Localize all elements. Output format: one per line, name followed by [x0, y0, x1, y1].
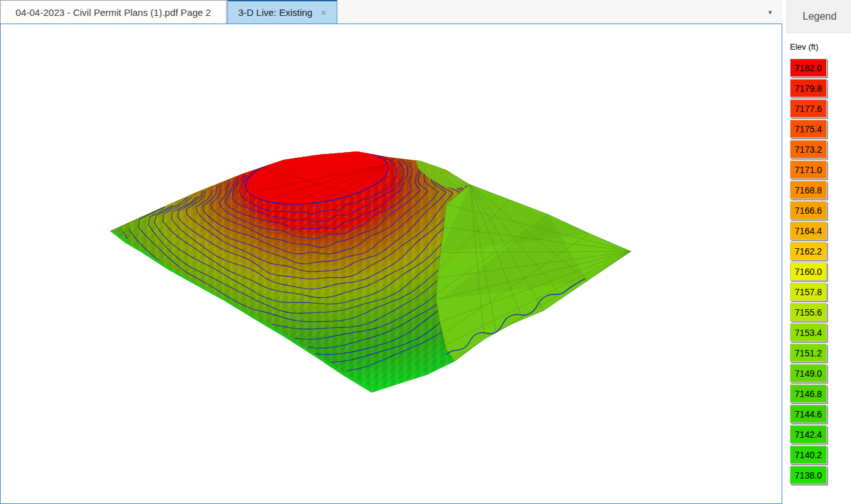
tab-pdf-plan-sheet[interactable]: 04-04-2023 - Civil Permit Plans (1).pdf …	[0, 0, 227, 24]
legend-swatch-7146.8[interactable]: 7146.8	[790, 384, 827, 403]
legend-swatch-value: 7166.6	[795, 206, 822, 216]
legend-swatch-7157.8[interactable]: 7157.8	[790, 283, 827, 301]
legend-swatch-7138.0[interactable]: 7138.0	[790, 466, 827, 484]
legend-swatch-7153.4[interactable]: 7153.4	[790, 323, 827, 342]
legend-swatch-value: 7171.0	[795, 165, 822, 175]
legend-swatch-value: 7155.6	[795, 307, 822, 318]
elevation-axis-label: Elev (ft)	[790, 42, 851, 52]
legend-swatch-value: 7140.2	[795, 450, 822, 460]
3d-surface-view[interactable]	[1, 24, 782, 503]
legend-title: Legend	[803, 11, 836, 22]
legend-swatch-value: 7179.8	[795, 83, 822, 94]
legend-swatch-value: 7175.4	[795, 124, 822, 134]
legend-swatch-7151.2[interactable]: 7151.2	[790, 344, 827, 362]
legend-swatch-7171.0[interactable]: 7171.0	[790, 160, 827, 179]
tab-bar: 04-04-2023 - Civil Permit Plans (1).pdf …	[0, 0, 782, 24]
legend-swatch-value: 7168.8	[795, 185, 822, 195]
legend-swatch-value: 7164.4	[795, 226, 822, 236]
legend-swatch-7144.6[interactable]: 7144.6	[790, 405, 827, 423]
legend-swatch-value: 7144.6	[795, 409, 822, 419]
legend-swatch-value: 7138.0	[795, 470, 822, 480]
legend-swatch-7166.6[interactable]: 7166.6	[790, 201, 827, 220]
legend-swatch-value: 7153.4	[795, 328, 822, 338]
legend-swatch-value: 7146.8	[795, 389, 822, 399]
legend-swatch-7179.8[interactable]: 7179.8	[790, 79, 827, 97]
legend-panel: Legend Elev (ft) 7182.07179.87177.67175.…	[786, 0, 851, 504]
legend-scale: 7182.07179.87177.67175.47173.27171.07168…	[790, 59, 851, 484]
legend-swatch-7155.6[interactable]: 7155.6	[790, 303, 827, 321]
legend-swatch-7182.0[interactable]: 7182.0	[790, 59, 827, 77]
legend-swatch-7175.4[interactable]: 7175.4	[790, 120, 827, 138]
legend-swatch-value: 7177.6	[795, 104, 822, 114]
legend-swatch-value: 7151.2	[795, 348, 822, 358]
legend-swatch-7160.0[interactable]: 7160.0	[790, 262, 827, 281]
legend-swatch-7142.4[interactable]: 7142.4	[790, 425, 827, 444]
legend-swatch-value: 7149.0	[795, 368, 822, 379]
legend-swatch-7162.2[interactable]: 7162.2	[790, 242, 827, 260]
chevron-down-icon[interactable]: ▾	[764, 6, 777, 18]
legend-body: Elev (ft) 7182.07179.87177.67175.47173.2…	[786, 33, 851, 484]
tab-3d-live-existing[interactable]: 3-D Live: Existing ×	[227, 0, 337, 24]
application-window: 04-04-2023 - Civil Permit Plans (1).pdf …	[0, 0, 851, 504]
legend-swatch-value: 7162.2	[795, 246, 822, 256]
legend-panel-header: Legend	[786, 0, 851, 33]
legend-swatch-7149.0[interactable]: 7149.0	[790, 364, 827, 382]
legend-swatch-7168.8[interactable]: 7168.8	[790, 181, 827, 199]
close-icon[interactable]: ×	[321, 8, 327, 17]
legend-swatch-value: 7160.0	[795, 267, 822, 277]
legend-swatch-7164.4[interactable]: 7164.4	[790, 221, 827, 240]
tab-3d-live-label: 3-D Live: Existing	[238, 7, 313, 18]
3d-viewport[interactable]	[0, 24, 782, 504]
legend-swatch-7140.2[interactable]: 7140.2	[790, 445, 827, 464]
legend-swatch-value: 7142.4	[795, 430, 822, 440]
legend-swatch-7173.2[interactable]: 7173.2	[790, 140, 827, 158]
tab-pdf-label: 04-04-2023 - Civil Permit Plans (1).pdf …	[16, 7, 211, 18]
legend-swatch-value: 7182.0	[795, 63, 822, 73]
legend-swatch-7177.6[interactable]: 7177.6	[790, 99, 827, 118]
legend-swatch-value: 7173.2	[795, 144, 822, 155]
legend-swatch-value: 7157.8	[795, 287, 822, 297]
